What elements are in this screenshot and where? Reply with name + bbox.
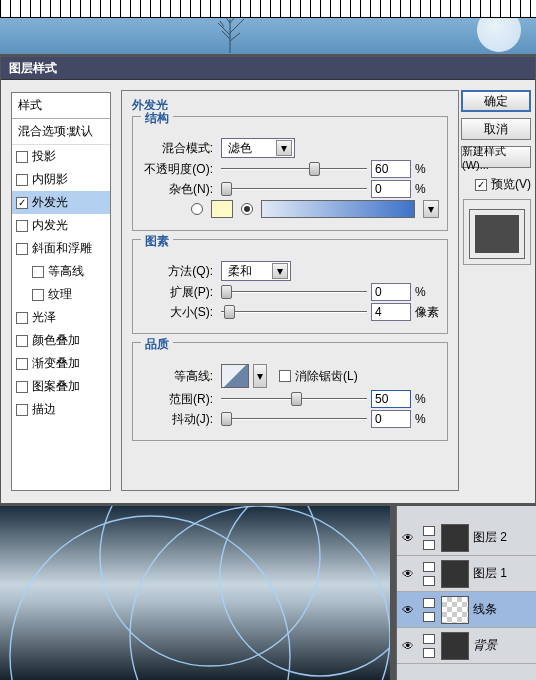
tree-graphic: [200, 18, 260, 53]
style-item-内发光[interactable]: 内发光: [12, 214, 110, 237]
style-item-描边[interactable]: 描边: [12, 398, 110, 421]
layers-panel: 👁图层 2👁图层 1👁线条👁背景: [396, 506, 536, 680]
style-checkbox[interactable]: [16, 151, 28, 163]
style-label: 光泽: [32, 309, 56, 326]
ok-button[interactable]: 确定: [461, 90, 531, 112]
layer-link-icon: [421, 560, 437, 588]
layer-row[interactable]: 👁线条: [397, 592, 536, 628]
group-structure: 结构 混合模式: 滤色 ▾ 不透明度(O): % 杂色(N):: [132, 116, 448, 231]
style-checkbox[interactable]: [16, 381, 28, 393]
size-input[interactable]: [371, 303, 411, 321]
styles-header[interactable]: 样式: [12, 93, 110, 119]
style-label: 颜色叠加: [32, 332, 80, 349]
layer-row[interactable]: 👁图层 1: [397, 556, 536, 592]
style-checkbox[interactable]: [16, 243, 28, 255]
noise-input[interactable]: [371, 180, 411, 198]
preview-checkbox[interactable]: ✓: [475, 179, 487, 191]
noise-slider[interactable]: [221, 180, 367, 198]
layer-link-icon: [421, 632, 437, 660]
style-item-颜色叠加[interactable]: 颜色叠加: [12, 329, 110, 352]
style-item-斜面和浮雕[interactable]: 斜面和浮雕: [12, 237, 110, 260]
style-checkbox[interactable]: [16, 358, 28, 370]
range-input[interactable]: [371, 390, 411, 408]
layer-name[interactable]: 背景: [473, 637, 497, 654]
dialog-title[interactable]: 图层样式: [1, 57, 535, 79]
style-checkbox[interactable]: [32, 289, 44, 301]
technique-label: 方法(Q):: [141, 263, 217, 280]
layer-row[interactable]: 👁图层 2: [397, 520, 536, 556]
style-checkbox[interactable]: [16, 335, 28, 347]
outer-glow-panel: 外发光 结构 混合模式: 滤色 ▾ 不透明度(O): % 杂色: [121, 90, 459, 491]
layer-link-icon: [421, 596, 437, 624]
visibility-eye-icon[interactable]: 👁: [399, 637, 417, 655]
gradient-picker[interactable]: [261, 200, 415, 218]
opacity-input[interactable]: [371, 160, 411, 178]
style-item-等高线[interactable]: 等高线: [12, 260, 110, 283]
ruler-horizontal: [0, 0, 536, 18]
visibility-eye-icon[interactable]: 👁: [399, 565, 417, 583]
style-checkbox[interactable]: [16, 312, 28, 324]
range-slider[interactable]: [221, 390, 367, 408]
layer-name[interactable]: 线条: [473, 601, 497, 618]
size-slider[interactable]: [221, 303, 367, 321]
chevron-down-icon: ▾: [272, 263, 288, 279]
layer-thumbnail[interactable]: [441, 632, 469, 660]
blend-mode-combo[interactable]: 滤色 ▾: [221, 138, 295, 158]
jitter-slider[interactable]: [221, 410, 367, 428]
style-checkbox[interactable]: ✓: [16, 197, 28, 209]
chevron-down-icon: ▾: [276, 140, 292, 156]
canvas-preview[interactable]: [0, 506, 390, 680]
visibility-eye-icon[interactable]: 👁: [399, 601, 417, 619]
style-checkbox[interactable]: [16, 220, 28, 232]
style-label: 等高线: [48, 263, 84, 280]
spread-slider[interactable]: [221, 283, 367, 301]
layer-thumbnail[interactable]: [441, 560, 469, 588]
style-label: 纹理: [48, 286, 72, 303]
color-radio[interactable]: [191, 203, 203, 215]
style-label: 投影: [32, 148, 56, 165]
layer-thumbnail[interactable]: [441, 596, 469, 624]
visibility-eye-icon[interactable]: 👁: [399, 529, 417, 547]
svg-point-0: [10, 516, 290, 680]
spread-label: 扩展(P):: [141, 284, 217, 301]
opacity-slider[interactable]: [221, 160, 367, 178]
style-label: 内阴影: [32, 171, 68, 188]
style-checkbox[interactable]: [16, 174, 28, 186]
antialias-checkbox[interactable]: [279, 370, 291, 382]
style-item-光泽[interactable]: 光泽: [12, 306, 110, 329]
style-checkbox[interactable]: [16, 404, 28, 416]
style-item-外发光[interactable]: ✓外发光: [12, 191, 110, 214]
new-style-button[interactable]: 新建样式(W)...: [461, 146, 531, 168]
opacity-label: 不透明度(O):: [141, 161, 217, 178]
contour-picker[interactable]: [221, 364, 249, 388]
dialog-buttons: 确定 取消 新建样式(W)... ✓ 预览(V): [463, 80, 535, 503]
blend-options-default[interactable]: 混合选项:默认: [12, 119, 110, 145]
layer-row[interactable]: 👁背景: [397, 628, 536, 664]
layer-link-icon: [421, 524, 437, 552]
lines-graphic: [0, 506, 390, 680]
style-item-纹理[interactable]: 纹理: [12, 283, 110, 306]
style-label: 外发光: [32, 194, 68, 211]
size-label: 大小(S):: [141, 304, 217, 321]
chevron-down-icon[interactable]: ▾: [253, 364, 267, 388]
gradient-radio[interactable]: [241, 203, 253, 215]
cancel-button[interactable]: 取消: [461, 118, 531, 140]
style-item-图案叠加[interactable]: 图案叠加: [12, 375, 110, 398]
jitter-input[interactable]: [371, 410, 411, 428]
technique-combo[interactable]: 柔和 ▾: [221, 261, 291, 281]
color-swatch[interactable]: [211, 200, 233, 218]
style-item-内阴影[interactable]: 内阴影: [12, 168, 110, 191]
style-item-渐变叠加[interactable]: 渐变叠加: [12, 352, 110, 375]
style-label: 内发光: [32, 217, 68, 234]
style-item-投影[interactable]: 投影: [12, 145, 110, 168]
style-checkbox[interactable]: [32, 266, 44, 278]
svg-point-3: [220, 506, 390, 676]
group-quality: 品质 等高线: ▾ 消除锯齿(L) 范围(R): % 抖动(J):: [132, 342, 448, 441]
moon-graphic: [477, 18, 521, 52]
layer-thumbnail[interactable]: [441, 524, 469, 552]
spread-input[interactable]: [371, 283, 411, 301]
chevron-down-icon[interactable]: ▾: [423, 200, 439, 218]
layer-name[interactable]: 图层 1: [473, 565, 507, 582]
layer-name[interactable]: 图层 2: [473, 529, 507, 546]
layer-style-dialog: 图层样式 样式 混合选项:默认 投影内阴影✓外发光内发光斜面和浮雕等高线纹理光泽…: [0, 56, 536, 504]
